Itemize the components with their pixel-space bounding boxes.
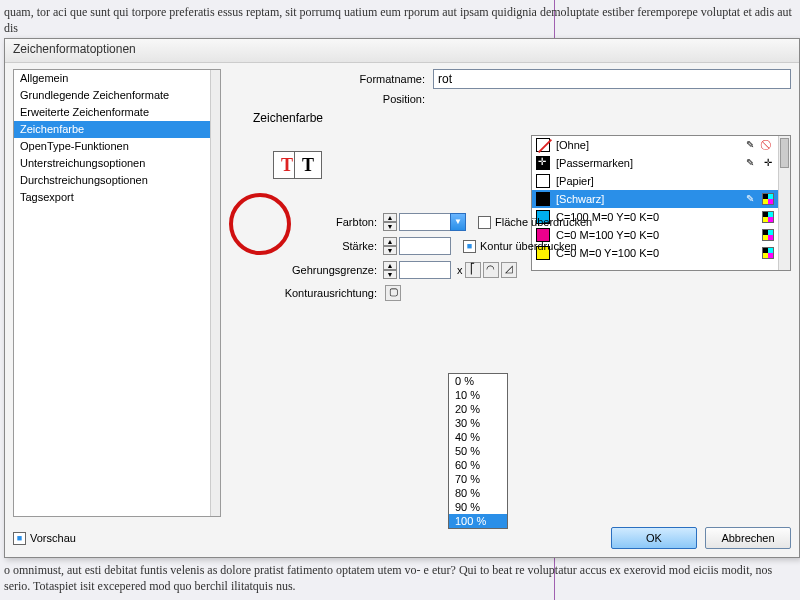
pencil-icon <box>744 139 756 151</box>
weight-up[interactable]: ▲ <box>383 237 397 246</box>
swatch-chip <box>536 174 550 188</box>
swatch-name: [Papier] <box>556 175 774 187</box>
tint-option-100%[interactable]: 100 % <box>449 514 507 528</box>
swatch-chip <box>536 138 550 152</box>
category-panel: AllgemeinGrundlegende ZeichenformateErwe… <box>13 69 221 517</box>
miter-up[interactable]: ▲ <box>383 261 397 270</box>
cmyk-icon <box>762 193 774 205</box>
tint-input[interactable] <box>399 213 451 231</box>
swatch-name: [Schwarz] <box>556 193 738 205</box>
swatch-name: [Ohne] <box>556 139 738 151</box>
category-allgemein[interactable]: Allgemein <box>14 70 210 87</box>
category-tagsexport[interactable]: Tagsexport <box>14 189 210 206</box>
category-opentype-funktionen[interactable]: OpenType-Funktionen <box>14 138 210 155</box>
category-unterstreichungsoptionen[interactable]: Unterstreichungsoptionen <box>14 155 210 172</box>
swatch-papier[interactable]: [Papier] <box>532 172 778 190</box>
section-title: Zeichenfarbe <box>253 111 791 125</box>
swatch-passermarken[interactable]: [Passermarken] <box>532 154 778 172</box>
miter-label: Gehrungsgrenze: <box>273 264 383 276</box>
category-scrollbar[interactable] <box>210 70 220 516</box>
overprint-fill-checkbox[interactable]: Fläche überdrucken <box>478 216 592 229</box>
formatname-label: Formatname: <box>233 73 433 85</box>
pencil-icon <box>744 193 756 205</box>
character-style-dialog: Zeichenformatoptionen AllgemeinGrundlege… <box>4 38 800 558</box>
reg-i-icon <box>762 157 774 169</box>
weight-label: Stärke: <box>273 240 383 252</box>
tint-option-10%[interactable]: 10 % <box>449 388 507 402</box>
ok-button[interactable]: OK <box>611 527 697 549</box>
tint-dropdown-list: 0 %10 %20 %30 %40 %50 %60 %70 %80 %90 %1… <box>448 373 508 529</box>
tint-option-50%[interactable]: 50 % <box>449 444 507 458</box>
weight-down[interactable]: ▼ <box>383 246 397 255</box>
category-durchstreichungsoptionen[interactable]: Durchstreichungsoptionen <box>14 172 210 189</box>
background-text-bottom: o omnimust, aut esti debitat funtis vele… <box>0 560 800 596</box>
miter-x: x <box>457 264 463 276</box>
redslash-icon <box>762 139 774 151</box>
tint-option-30%[interactable]: 30 % <box>449 416 507 430</box>
join-round-icon[interactable]: ◠ <box>483 262 499 278</box>
tint-option-90%[interactable]: 90 % <box>449 500 507 514</box>
preview-checkbox[interactable]: Vorschau <box>13 532 76 545</box>
join-miter-icon[interactable]: ⎡ <box>465 262 481 278</box>
tint-option-80%[interactable]: 80 % <box>449 486 507 500</box>
swatch-name: [Passermarken] <box>556 157 738 169</box>
dialog-title: Zeichenformatoptionen <box>5 39 799 63</box>
category-erweiterte-zeichenformate[interactable]: Erweiterte Zeichenformate <box>14 104 210 121</box>
pencil-icon <box>744 157 756 169</box>
weight-input[interactable] <box>399 237 451 255</box>
category-grundlegende-zeichenformate[interactable]: Grundlegende Zeichenformate <box>14 87 210 104</box>
swatch-chip <box>536 156 550 170</box>
background-text-top: quam, tor aci que sunt qui torpore prefe… <box>0 2 800 38</box>
tint-option-70%[interactable]: 70 % <box>449 472 507 486</box>
position-label: Position: <box>233 93 433 105</box>
cancel-button[interactable]: Abbrechen <box>705 527 791 549</box>
overprint-stroke-checkbox[interactable]: Kontur überdrucken <box>463 240 577 253</box>
tint-option-20%[interactable]: 20 % <box>449 402 507 416</box>
miter-input[interactable] <box>399 261 451 279</box>
tint-label: Farbton: <box>273 216 383 228</box>
join-bevel-icon[interactable]: ◿ <box>501 262 517 278</box>
tint-option-40%[interactable]: 40 % <box>449 430 507 444</box>
formatname-input[interactable] <box>433 69 791 89</box>
tint-up[interactable]: ▲ <box>383 213 397 222</box>
stroke-align-label: Konturausrichtung: <box>273 287 383 299</box>
swatch-ohne[interactable]: [Ohne] <box>532 136 778 154</box>
miter-down[interactable]: ▼ <box>383 270 397 279</box>
tint-down[interactable]: ▼ <box>383 222 397 231</box>
stroke-t-icon[interactable]: T <box>294 151 322 179</box>
tint-option-0%[interactable]: 0 % <box>449 374 507 388</box>
swatch-schwarz[interactable]: [Schwarz] <box>532 190 778 208</box>
tint-option-60%[interactable]: 60 % <box>449 458 507 472</box>
category-zeichenfarbe[interactable]: Zeichenfarbe <box>14 121 210 138</box>
align-center-icon[interactable]: ▢ <box>385 285 401 301</box>
swatch-chip <box>536 192 550 206</box>
tint-dropdown-button[interactable]: ▼ <box>450 213 466 231</box>
